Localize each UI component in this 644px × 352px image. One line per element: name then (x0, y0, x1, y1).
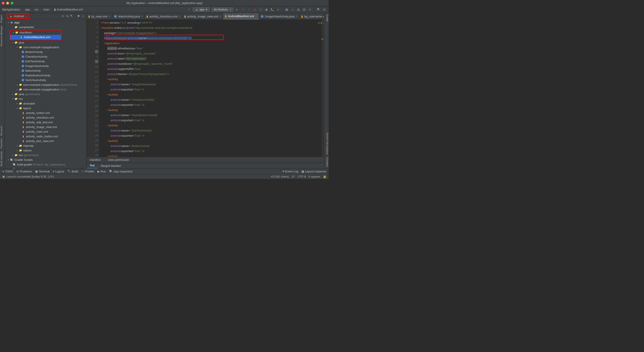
attach-icon[interactable]: 🐛 (270, 7, 274, 12)
subtab-text[interactable]: Text (86, 163, 98, 169)
apply-code-icon[interactable]: ≡ (247, 7, 251, 12)
tree-class[interactable]: CImageViewActivity (5, 64, 86, 68)
tree-layout-file[interactable]: ▮activity_checkbox.xml (5, 115, 86, 120)
tree-sampledata[interactable]: 📁sampledata (5, 25, 86, 29)
bc-project[interactable]: MyApplication (2, 8, 20, 11)
tree-layout-file[interactable]: ▮activity_edit_text.xml (5, 120, 86, 125)
tab-item[interactable]: CMainActivity.java× (112, 13, 145, 19)
status-encoding[interactable]: UTF-8 (298, 175, 306, 178)
status-position[interactable]: 4:5 (61 chars) (271, 175, 289, 178)
tool-build[interactable]: 🔨 Build (67, 170, 78, 173)
editor-stripe[interactable]: ⚠1 ^ ˅ (321, 20, 324, 157)
tree-class[interactable]: CEditTextActivity (5, 59, 86, 64)
tree-java-gen[interactable]: ▸📁java (generated) (5, 92, 86, 96)
tab-item[interactable]: ▮bg_username.xml× (300, 13, 324, 19)
tool-inspection[interactable]: 🔍 App Inspection (109, 170, 133, 173)
rail-device-explorer[interactable]: Device File Explorer (324, 131, 329, 156)
gutter-icon[interactable] (95, 50, 98, 53)
tree-manifests[interactable]: ▾📁manifests (10, 30, 61, 35)
tool-todo[interactable]: ≡ TODO (2, 170, 13, 173)
rail-emulator[interactable]: Emulator (324, 156, 329, 169)
profiler-icon[interactable]: ◉ (264, 7, 268, 12)
tool-run[interactable]: ▶ Run (98, 170, 106, 173)
tree-res[interactable]: ▾📁res (5, 96, 86, 101)
tree-gradle[interactable]: ▾🐘Gradle Scripts (5, 158, 86, 162)
tool-layout-inspector[interactable]: ▦ Layout Inspector (302, 170, 326, 173)
minimize-window-icon[interactable] (6, 2, 9, 4)
tree-class[interactable]: CMainActivity (5, 68, 86, 73)
ed-crumb-manifest[interactable]: manifest (90, 158, 100, 162)
tree-drawable[interactable]: ▸📁drawable (5, 101, 86, 106)
apply-changes-icon[interactable]: ⟳ (241, 7, 245, 12)
rail-gradle[interactable]: Gradle (324, 13, 329, 23)
select-target-icon[interactable]: ⊙ (62, 14, 64, 18)
search-icon[interactable]: 🔍 (317, 7, 321, 12)
maximize-window-icon[interactable] (11, 2, 14, 4)
resource-nav-icon[interactable]: ✦ (308, 7, 312, 12)
project-tree[interactable]: ▾▣app 📁sampledata ▾📁manifests ▮AndroidMa… (5, 20, 86, 169)
tool-terminal[interactable]: ▣ Terminal (35, 170, 50, 173)
tool-event-log[interactable]: Event Log (282, 170, 298, 173)
tree-pkg-test[interactable]: ▸📁com.example.myapplication (test) (5, 87, 86, 92)
status-lock-icon[interactable]: 🔒 (323, 175, 326, 178)
close-window-icon[interactable] (2, 2, 4, 4)
tool-logcat[interactable]: ≡ Logcat (53, 170, 64, 173)
tree-class[interactable]: CRadioButtonActivity (5, 73, 86, 78)
tree-layout-file[interactable]: ▮activity_button.xml (5, 111, 86, 115)
tab-item-active[interactable]: ▮AndroidManifest.xml× (223, 13, 259, 19)
device-manager-nav-icon[interactable]: ▤ (302, 7, 306, 12)
hide-sidebar-icon[interactable]: — (82, 14, 84, 18)
project-view-select[interactable]: ▲Android ▾ (7, 13, 29, 19)
warning-indicator[interactable]: ⚠1 ^ ˅ (318, 20, 324, 26)
layout-inspector-nav-icon[interactable]: ▥ (296, 7, 300, 12)
tree-class[interactable]: CButtonActivity (5, 50, 86, 54)
sync-gradle-icon[interactable]: ⤴ (187, 7, 191, 12)
tab-item[interactable]: ▮ity_main.xml× (86, 13, 112, 19)
rail-resource-manager[interactable]: Resource Manager (0, 24, 3, 48)
status-indent[interactable]: 4 spaces (308, 175, 320, 178)
tab-item[interactable]: ▮activity_image_view.xml× (182, 13, 223, 19)
tree-layout-file[interactable]: ▮activity_image_view.xml (5, 125, 86, 129)
code-editor[interactable]: 1 2 3 4 5 6 7 8 9 10 11 12 13 14 15 16 1… (86, 20, 324, 157)
status-line-ending[interactable]: LF (292, 175, 295, 178)
run-config-select[interactable]: ▲app▾ (193, 7, 210, 12)
avd-icon[interactable]: ▦ (285, 7, 289, 12)
tree-layout-file[interactable]: ▮activity_radio_button.xml (5, 134, 86, 139)
tree-layout-file[interactable]: ▮activity_text_view.xml (5, 139, 86, 143)
settings-sidebar-icon[interactable]: ✸ (77, 14, 80, 18)
tree-res-gen[interactable]: ▸📁res (generated) (5, 153, 86, 158)
coverage-icon[interactable]: ⬡ (258, 7, 262, 12)
tree-class[interactable]: CCheckboxActivity (5, 54, 86, 59)
tree-layout[interactable]: ▾📁layout (5, 106, 86, 111)
sdk-icon[interactable]: ▭ (290, 7, 294, 12)
bc-module[interactable]: app (25, 8, 30, 11)
tree-mipmap[interactable]: ▸📁mipmap (5, 143, 86, 148)
status-icon[interactable]: ▣ (2, 175, 5, 178)
ed-crumb-uses-permission[interactable]: uses-permission (108, 158, 129, 162)
bc-file[interactable]: ▮AndroidManifest.xml (54, 8, 83, 11)
bc-src[interactable]: src (35, 8, 38, 11)
rail-build-variants[interactable]: Build Variants (0, 150, 3, 168)
bc-main[interactable]: main (43, 8, 50, 11)
tree-values[interactable]: ▸📁values (5, 148, 86, 153)
stop-icon[interactable]: ■ (276, 7, 280, 12)
collapse-all-icon[interactable]: ⇱ (70, 14, 73, 18)
tree-build-gradle-project[interactable]: 🐘build.gradle (Project: My_Application) (5, 162, 86, 167)
tree-java[interactable]: ▾📁java (5, 40, 86, 45)
run-icon[interactable]: ▶ (235, 7, 239, 12)
settings-icon[interactable]: ⚙ (322, 7, 326, 12)
tool-problems[interactable]: ⊘ Problems (16, 170, 32, 173)
subtab-merged[interactable]: Merged Manifest (98, 164, 124, 169)
tree-pkg[interactable]: ▾📁com.example.myapplication (5, 45, 86, 50)
gutter-icon[interactable] (95, 60, 98, 63)
tree-pkg-androidtest[interactable]: ▸📁com.example.myapplication (androidTest… (5, 82, 86, 87)
code-content[interactable]: <?xml version="1.0" encoding="utf-8"?> <… (100, 20, 321, 157)
rail-favorites[interactable]: Favorites (0, 137, 3, 150)
tool-profiler[interactable]: 〰 Profiler (82, 170, 94, 173)
expand-all-icon[interactable]: ⇲ (66, 14, 68, 18)
rail-project[interactable]: Project (0, 14, 3, 24)
device-select[interactable]: No Devices (212, 7, 234, 12)
tab-item[interactable]: ▮activity_checkbox.xml× (145, 13, 182, 19)
rail-structure[interactable]: Structure (0, 124, 3, 137)
tab-item[interactable]: CImageViewActivity.java× (259, 13, 300, 19)
